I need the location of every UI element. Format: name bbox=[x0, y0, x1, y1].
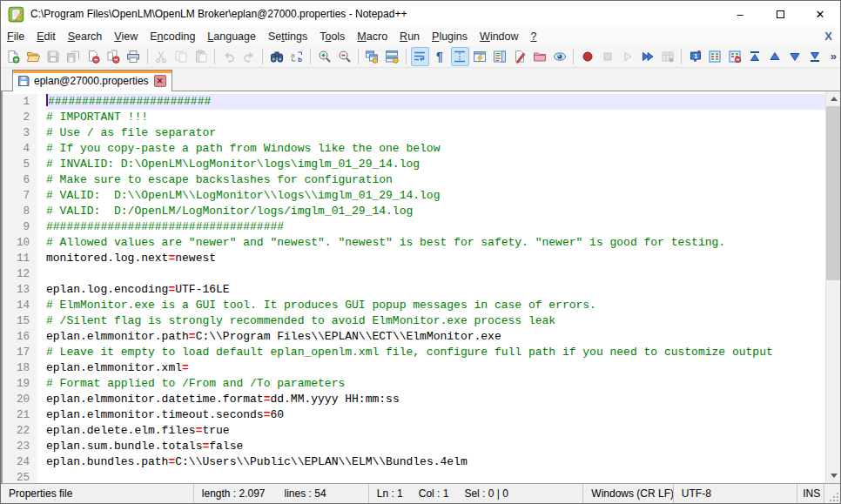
editor-line-5[interactable]: 5# INVALID: D:\OpenLM\LogMonitor\logs\im… bbox=[3, 157, 825, 172]
document-map-icon bbox=[493, 50, 507, 64]
print-button[interactable] bbox=[124, 47, 143, 66]
editor-line-9[interactable]: 9################################### bbox=[3, 219, 825, 235]
editor-line-25[interactable]: 25 bbox=[3, 470, 825, 483]
menu-plugins[interactable]: Plugins bbox=[426, 29, 474, 44]
editor-line-16[interactable]: 16eplan.elmmonitor.path=C:\\Program File… bbox=[3, 329, 825, 345]
editor-line-1[interactable]: 1######################## bbox=[3, 94, 825, 110]
toolbar-separator bbox=[310, 49, 311, 64]
editor-line-4[interactable]: 4# If you copy-paste a path from Windows… bbox=[3, 141, 825, 157]
menu-run[interactable]: Run bbox=[394, 29, 426, 44]
tab-close-icon[interactable]: ✕ bbox=[154, 75, 166, 87]
tab-bar: eplan@27000.properties ✕ bbox=[1, 68, 840, 91]
editor-line-23[interactable]: 23eplan.sum.bundle.totals=false bbox=[3, 439, 825, 454]
document-map-button[interactable] bbox=[491, 47, 509, 66]
macro-save-icon bbox=[661, 50, 675, 64]
menu-settings[interactable]: Settings bbox=[262, 29, 313, 44]
editor-line-3[interactable]: 3# Use / as file separator bbox=[3, 125, 825, 141]
list-marks-button[interactable] bbox=[706, 47, 724, 66]
scrollbar-up-arrow[interactable] bbox=[826, 91, 840, 106]
scroll-to-first-button[interactable] bbox=[746, 47, 764, 66]
line-number: 22 bbox=[3, 423, 37, 439]
editor-line-18[interactable]: 18eplan.elmmonitor.xml= bbox=[3, 360, 825, 376]
document-switcher-button[interactable] bbox=[511, 47, 529, 66]
editor-line-12[interactable]: 12 bbox=[3, 266, 825, 282]
status-column: Col : 1 bbox=[419, 487, 449, 500]
save-button bbox=[44, 47, 63, 66]
menubar-close-document-x[interactable]: X bbox=[817, 30, 840, 43]
fold-margin bbox=[37, 376, 46, 392]
editor-line-7[interactable]: 7# VALID: D:\\OpenLM\\LogMonitor\\logs\\… bbox=[3, 188, 825, 204]
close-all-files-button[interactable] bbox=[104, 47, 123, 66]
menu-macro[interactable]: Macro bbox=[351, 29, 394, 44]
menu-edit[interactable]: Edit bbox=[30, 29, 62, 44]
editor-line-11[interactable]: 11monitored.log.next=newest bbox=[3, 251, 825, 266]
editor-line-21[interactable]: 21eplan.elmmonitor.timeout.seconds=60 bbox=[3, 407, 825, 423]
menu-tools[interactable]: Tools bbox=[313, 29, 351, 44]
zoom-out-button[interactable] bbox=[335, 47, 353, 66]
undo-icon bbox=[222, 50, 236, 64]
editor-line-17[interactable]: 17# Leave it empty to load default eplan… bbox=[3, 345, 825, 360]
menu-search[interactable]: Search bbox=[62, 29, 109, 44]
find-button[interactable] bbox=[267, 47, 286, 66]
menu-file[interactable]: File bbox=[1, 29, 30, 44]
show-all-characters-button[interactable]: ¶ bbox=[431, 47, 449, 66]
menu-view[interactable]: View bbox=[108, 29, 144, 44]
close-button[interactable]: ✕ bbox=[800, 1, 840, 27]
status-length: length : 2.097 bbox=[202, 487, 266, 500]
open-file-button[interactable] bbox=[24, 47, 43, 66]
zoom-in-button[interactable] bbox=[315, 47, 333, 66]
copy-button bbox=[172, 47, 191, 66]
editor-line-10[interactable]: 10# Allowed values are "newer" and "newe… bbox=[3, 235, 825, 251]
editor-area[interactable]: 1########################2# IMPORTANT !!… bbox=[1, 91, 840, 483]
sync-horizontal-scroll-button[interactable] bbox=[383, 47, 401, 66]
undo-button bbox=[219, 47, 238, 66]
menu-help[interactable]: ? bbox=[525, 29, 543, 44]
editor-line-14[interactable]: 14# ElmMonitor.exe is a GUI tool. It pro… bbox=[3, 298, 825, 313]
next-mark-button[interactable] bbox=[786, 47, 804, 66]
fold-margin bbox=[37, 188, 46, 204]
monitoring-eye-button[interactable] bbox=[550, 47, 569, 66]
word-wrap-button[interactable] bbox=[411, 47, 429, 66]
sync-vertical-scroll-button[interactable] bbox=[363, 47, 381, 66]
macro-record-button[interactable] bbox=[578, 47, 596, 66]
paste-button bbox=[192, 47, 210, 66]
scrollbar-thumb[interactable] bbox=[826, 106, 840, 280]
notepad-plus-plus-app-icon bbox=[8, 5, 25, 23]
show-indent-guide-button[interactable] bbox=[451, 47, 469, 66]
menu-window[interactable]: Window bbox=[474, 29, 524, 44]
toolbar-separator bbox=[573, 49, 574, 64]
resize-grip[interactable] bbox=[824, 484, 840, 503]
line-text: monitored.log.next=newest bbox=[46, 251, 825, 266]
editor-line-20[interactable]: 20eplan.elmmonitor.datetime.format=dd.MM… bbox=[3, 392, 825, 407]
menu-encoding[interactable]: Encoding bbox=[144, 29, 201, 44]
editor-line-22[interactable]: 22eplan.delete.elm.files=true bbox=[3, 423, 825, 439]
vertical-scrollbar[interactable] bbox=[825, 91, 840, 483]
editor-line-6[interactable]: 6# Make sure to escape backslashes for c… bbox=[3, 172, 825, 188]
editor-line-2[interactable]: 2# IMPORTANT !!! bbox=[3, 110, 825, 125]
replace-button[interactable]: ab bbox=[287, 47, 306, 66]
editor-line-24[interactable]: 24eplan.bundles.path=C:\\Users\\Public\\… bbox=[3, 454, 825, 470]
new-file-icon bbox=[6, 50, 20, 64]
maximize-button[interactable] bbox=[760, 1, 800, 27]
editor-line-15[interactable]: 15# /Silent flag is strongly recommended… bbox=[3, 313, 825, 329]
scroll-to-last-button[interactable] bbox=[806, 47, 824, 66]
editor-line-8[interactable]: 8# VALID: D:/OpenLM/LogMonitor/logs/imgl… bbox=[3, 204, 825, 219]
scrollbar-down-arrow[interactable] bbox=[826, 468, 840, 483]
new-file-button[interactable] bbox=[4, 47, 23, 66]
list-marks-remove-button[interactable] bbox=[726, 47, 744, 66]
minimize-button[interactable]: – bbox=[720, 1, 760, 27]
tab-eplan-properties[interactable]: eplan@27000.properties ✕ bbox=[12, 70, 172, 91]
function-list-button[interactable] bbox=[471, 47, 489, 66]
editor-line-19[interactable]: 19# Format applied to /From and /To para… bbox=[3, 376, 825, 392]
status-insert-mode[interactable]: INS bbox=[797, 484, 824, 503]
menu-language[interactable]: Language bbox=[201, 29, 262, 44]
editor-line-13[interactable]: 13eplan.log.encoding=UTF-16LE bbox=[3, 282, 825, 298]
close-file-button[interactable] bbox=[84, 47, 103, 66]
macro-run-multiple-button[interactable] bbox=[638, 47, 656, 66]
toolbar-overflow-button[interactable]: » bbox=[827, 50, 840, 63]
bookmark-flag-1-button[interactable]: 1 bbox=[686, 47, 704, 66]
macro-play-icon bbox=[621, 50, 635, 64]
previous-mark-button[interactable] bbox=[766, 47, 784, 66]
folder-as-workspace-button[interactable] bbox=[531, 47, 549, 66]
saved-file-icon bbox=[17, 75, 30, 87]
